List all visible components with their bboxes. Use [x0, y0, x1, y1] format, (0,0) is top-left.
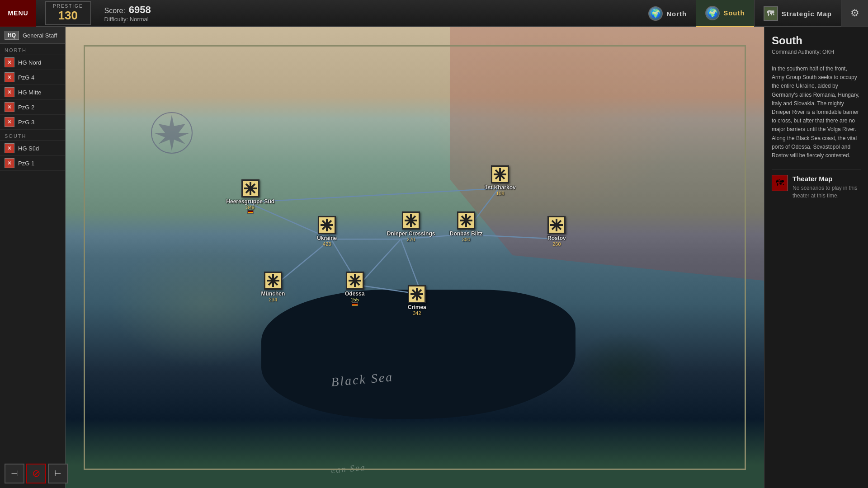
node-badge-rostov: [547, 216, 566, 234]
unit-hg-mitte[interactable]: HG Mitte: [0, 85, 65, 100]
unit-name-pzg3: PzG 3: [18, 119, 34, 126]
score-section: Score: 6958 Difficulty: Normal: [104, 4, 151, 23]
node-badge-crimea: [408, 285, 426, 303]
node-flag-hg-sud: [247, 210, 254, 214]
score-row: Score: 6958: [104, 4, 151, 16]
unit-pzg1[interactable]: PzG 1: [0, 156, 65, 171]
left-sidebar: HQ General Staff NORTH HG Nord PzG 4 HG …: [0, 27, 66, 488]
unit-icon-pzg2: [5, 102, 14, 112]
scenario-authority: Command Authority: OKH: [772, 49, 861, 59]
unit-icon-hg-mitte: [5, 87, 14, 97]
nav-tabs: 🌍 North 🌍 South 🗺 Strategic Map: [639, 0, 841, 27]
node-ukraine[interactable]: Ukraine 423: [317, 216, 337, 247]
unit-pzg3[interactable]: PzG 3: [0, 115, 65, 130]
node-value-crimea: 342: [413, 310, 421, 316]
node-badge-donbas: [457, 211, 475, 230]
unit-pzg2[interactable]: PzG 2: [0, 100, 65, 115]
toolbar-btn-no-action[interactable]: ⊘: [26, 464, 46, 483]
settings-button[interactable]: ⚙: [841, 0, 868, 27]
unit-name-hg-nord: HG Nord: [18, 59, 41, 66]
node-label-dnieper: Dnieper Crossings: [387, 230, 435, 237]
difficulty-value: Normal: [130, 16, 149, 23]
node-value-kharkov: 108: [496, 191, 504, 196]
node-odessa[interactable]: Odessa 155: [345, 272, 364, 306]
node-label-ukraine: Ukraine: [317, 235, 337, 241]
unit-name-pzg2: PzG 2: [18, 104, 34, 111]
node-label-hg-sud: Heeresgruppe Süd: [226, 198, 274, 205]
unit-icon-hg-nord: [5, 57, 14, 67]
menu-button[interactable]: MENU: [0, 0, 36, 27]
unit-name-hg-sud: HG Süd: [18, 145, 39, 152]
unit-name-hg-mitte: HG Mitte: [18, 89, 41, 96]
node-donbas[interactable]: Donbas Blitz 300: [450, 211, 483, 242]
right-panel: South Command Authority: OKH In the sout…: [764, 27, 868, 488]
tab-south[interactable]: 🌍 South: [696, 0, 754, 27]
node-badge-dnieper: [402, 211, 420, 230]
bottom-toolbar: ⊣ ⊘ ⊢: [5, 464, 68, 483]
tab-strategic[interactable]: 🗺 Strategic Map: [754, 0, 841, 27]
node-flag-odessa: [352, 302, 358, 306]
tab-strategic-label: Strategic Map: [782, 10, 832, 18]
hq-bar: HQ General Staff: [0, 27, 65, 44]
unit-hg-nord[interactable]: HG Nord: [0, 55, 65, 70]
node-badge-odessa: [346, 272, 364, 290]
node-label-crimea: Crimea: [408, 304, 426, 310]
german-eagle-emblem: [149, 110, 194, 155]
node-badge-kharkov: [491, 165, 509, 183]
node-value-rostov: 260: [552, 241, 561, 247]
prestige-value: 130: [58, 9, 78, 23]
theater-info: Theater Map No scenarios to play in this…: [793, 175, 861, 200]
node-1st-kharkov[interactable]: 1st Kharkov 108: [485, 165, 516, 196]
difficulty-row: Difficulty: Normal: [104, 16, 151, 23]
unit-name-pzg1: PzG 1: [18, 160, 34, 167]
hq-badge: HQ: [5, 31, 19, 40]
unit-pzg4[interactable]: PzG 4: [0, 70, 65, 85]
prestige-box: PRESTIGE 130: [45, 1, 91, 25]
score-label: Score:: [104, 7, 125, 15]
node-value-donbas: 300: [462, 237, 470, 242]
unit-icon-pzg1: [5, 158, 14, 168]
node-value-odessa: 155: [351, 297, 359, 302]
difficulty-label: Difficulty:: [104, 16, 128, 23]
node-value-ukraine: 423: [323, 241, 331, 247]
south-section-header: SOUTH: [0, 130, 65, 141]
node-munchen[interactable]: München 234: [261, 272, 285, 302]
node-crimea[interactable]: Crimea 342: [408, 285, 426, 316]
node-label-munchen: München: [261, 291, 285, 297]
unit-hg-sud[interactable]: HG Süd: [0, 141, 65, 156]
north-globe-icon: 🌍: [648, 6, 663, 21]
toolbar-icon-3: ⊢: [54, 469, 61, 479]
node-badge-munchen: [264, 272, 282, 290]
node-value-hg-sud: 349: [246, 205, 255, 210]
map-area[interactable]: Black Sea ean Sea: [66, 27, 764, 488]
node-value-munchen: 234: [269, 297, 277, 302]
node-label-rostov: Rostov: [547, 235, 566, 241]
node-label-donbas: Donbas Blitz: [450, 230, 483, 237]
scenario-description: In the southern half of the front, Army …: [772, 65, 861, 160]
top-bar: 60 FPS MENU PRESTIGE 130 Score: 6958 Dif…: [0, 0, 868, 27]
score-value: 6958: [129, 4, 151, 16]
menu-label: MENU: [8, 9, 28, 17]
tab-north[interactable]: 🌍 North: [639, 0, 696, 27]
theater-map-section: 🗺 Theater Map No scenarios to play in th…: [772, 169, 861, 200]
toolbar-icon-1: ⊣: [11, 469, 18, 479]
south-globe-icon: 🌍: [705, 6, 720, 20]
node-heeresgruppe-sud[interactable]: Heeresgruppe Süd 349: [226, 179, 274, 214]
toolbar-btn-1[interactable]: ⊣: [5, 464, 24, 483]
node-badge-ukraine: [318, 216, 336, 234]
scenario-title: South: [772, 34, 861, 47]
unit-icon-hg-sud: [5, 143, 14, 153]
tab-south-label: South: [723, 9, 745, 17]
theater-title: Theater Map: [793, 175, 861, 183]
unit-icon-pzg3: [5, 117, 14, 127]
node-rostov[interactable]: Rostov 260: [547, 216, 566, 247]
theater-description: No scenarios to play in this theater at …: [793, 184, 861, 200]
toolbar-icon-no-action: ⊘: [32, 468, 40, 479]
tab-north-label: North: [666, 10, 687, 18]
unit-icon-pzg4: [5, 72, 14, 82]
node-dnieper[interactable]: Dnieper Crossings 270: [387, 211, 435, 242]
node-label-kharkov: 1st Kharkov: [485, 184, 516, 191]
node-label-odessa: Odessa: [345, 291, 364, 297]
node-value-dnieper: 270: [407, 237, 415, 242]
toolbar-btn-3[interactable]: ⊢: [48, 464, 68, 483]
